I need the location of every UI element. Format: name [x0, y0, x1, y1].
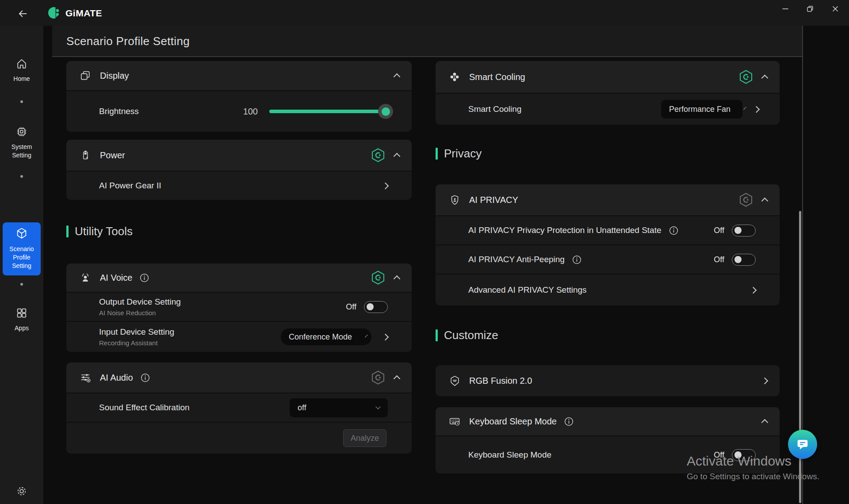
output-device-toggle[interactable]: [364, 301, 388, 313]
gimate-logo: [48, 6, 62, 20]
chevron-right-icon[interactable]: [750, 286, 757, 294]
brightness-slider[interactable]: [269, 110, 388, 113]
chevron-up-icon[interactable]: [394, 153, 401, 160]
chat-support-button[interactable]: [788, 430, 817, 459]
dropdown-value: Conference Mode: [289, 332, 352, 342]
sidebar-item-label: Scenario Profile Setting: [4, 245, 40, 270]
privacy-protection-row: AI PRIVACY Privacy Protection in Unatten…: [436, 215, 780, 244]
close-button[interactable]: [826, 3, 844, 15]
row-sublabel: Recording Assistant: [99, 339, 174, 347]
watermark-line2: Go to Settings to activate Windows.: [687, 472, 819, 481]
analyze-button[interactable]: Analyze: [343, 429, 386, 447]
rgb-fusion-badge-icon: [449, 375, 460, 386]
section-accent-bar: [66, 225, 69, 237]
privacy-protection-toggle[interactable]: [732, 225, 756, 237]
cube-icon: [15, 227, 28, 240]
sidebar-item-home[interactable]: Home: [0, 57, 43, 83]
row-label: Sound Effect Calibration: [99, 403, 190, 412]
chat-bubble-icon: [795, 437, 810, 451]
ai-audio-card: AI Audio Sound Effect Calibration off An…: [66, 363, 412, 454]
chevron-up-icon[interactable]: [394, 275, 401, 282]
ai-chip-badge-icon-dim: [739, 193, 753, 207]
ai-chip-badge-icon: [371, 148, 385, 162]
app-title: GiMATE: [65, 8, 102, 19]
display-icon: [80, 70, 91, 81]
section-utility-tools: Utility Tools: [66, 224, 133, 239]
chevron-right-icon[interactable]: [382, 182, 389, 189]
ai-chip-badge-icon-dim: [371, 370, 385, 385]
row-label: Keyboard Sleep Mode: [468, 450, 551, 460]
fan-mode-dropdown[interactable]: Performance Fan: [661, 100, 742, 118]
slider-thumb[interactable]: [378, 104, 393, 119]
brightness-row: Brightness 100: [66, 90, 412, 132]
info-icon[interactable]: [669, 225, 679, 236]
display-card: Display Brightness 100: [66, 61, 412, 132]
section-accent-bar: [436, 329, 438, 341]
audio-sliders-icon: [80, 372, 91, 383]
keyboard-sleep-card-header[interactable]: Keyboard Sleep Mode: [436, 407, 780, 435]
sidebar-item-scenario-profile-setting[interactable]: Scenario Profile Setting: [3, 222, 41, 275]
chevron-up-icon[interactable]: [761, 419, 769, 426]
settings-gear-button[interactable]: [15, 485, 28, 497]
gimate-window: GiMATE Home System Setting: [0, 0, 849, 504]
smart-cooling-row: Smart Cooling Performance Fan: [436, 93, 780, 125]
card-title: RGB Fusion 2.0: [469, 376, 532, 386]
sidebar: Home System Setting Scenario Profile Set…: [0, 26, 43, 504]
sidebar-item-system-setting[interactable]: System Setting: [0, 126, 43, 160]
section-customize: Customize: [436, 328, 498, 343]
chevron-right-icon[interactable]: [761, 377, 769, 384]
analyze-row: Analyze: [66, 422, 412, 454]
page-title: Scenario Profile Setting: [66, 34, 190, 48]
ai-power-gear-row[interactable]: AI Power Gear II: [66, 171, 412, 200]
minimize-button[interactable]: [776, 3, 794, 15]
fan-icon: [449, 71, 460, 83]
info-icon[interactable]: [564, 416, 574, 427]
chevron-up-icon[interactable]: [394, 375, 401, 382]
dropdown-value: off: [298, 403, 306, 412]
rgb-fusion-row[interactable]: RGB Fusion 2.0: [436, 365, 780, 396]
toggle-state-label: Off: [714, 255, 724, 264]
info-icon[interactable]: [572, 255, 582, 265]
row-label: Output Device Setting: [99, 297, 181, 307]
chevron-up-icon[interactable]: [394, 73, 401, 80]
anti-peeping-toggle[interactable]: [732, 254, 756, 266]
back-arrow-icon: [17, 8, 29, 19]
chevron-right-icon[interactable]: [753, 106, 760, 113]
row-label: Smart Cooling: [468, 104, 521, 114]
advanced-privacy-settings-row[interactable]: Advanced AI PRIVACY Settings: [436, 274, 780, 305]
ai-chip-badge-icon: [739, 70, 753, 84]
info-icon[interactable]: [140, 373, 150, 383]
smart-cooling-card-header[interactable]: Smart Cooling: [436, 61, 780, 93]
gear-icon: [15, 485, 28, 497]
input-mode-dropdown[interactable]: Conference Mode: [281, 328, 371, 345]
ai-voice-card: AI Voice Output Device Setting AI Noise …: [66, 263, 412, 352]
ai-voice-card-header[interactable]: AI Voice: [66, 263, 412, 292]
back-button[interactable]: [17, 8, 29, 20]
sidebar-item-apps[interactable]: Apps: [0, 307, 43, 332]
display-card-header[interactable]: Display: [66, 61, 412, 90]
sidebar-item-label: System Setting: [0, 143, 43, 160]
card-title: AI Audio: [100, 373, 133, 383]
section-title: Utility Tools: [75, 225, 133, 238]
brightness-label: Brightness: [99, 107, 139, 116]
privacy-shield-icon: [449, 194, 460, 206]
chevron-up-icon[interactable]: [761, 197, 769, 204]
output-device-row: Output Device Setting AI Noise Reduction…: [66, 292, 412, 321]
smart-cooling-card: Smart Cooling Smart Cooling Performance …: [436, 61, 780, 125]
card-title: Display: [100, 71, 129, 81]
toggle-state-label: Off: [346, 302, 356, 312]
sidebar-item-label: Home: [0, 75, 43, 83]
ai-privacy-card-header[interactable]: AI PRIVACY: [436, 184, 780, 215]
power-card-header[interactable]: Power: [66, 140, 412, 171]
sound-calibration-dropdown[interactable]: off: [290, 398, 388, 417]
card-title: Power: [100, 150, 125, 160]
chevron-up-icon[interactable]: [761, 74, 769, 81]
section-title: Privacy: [444, 147, 482, 160]
restore-button[interactable]: [801, 3, 819, 15]
sidebar-separator-dot: [20, 100, 23, 103]
ai-audio-card-header[interactable]: AI Audio: [66, 363, 412, 393]
info-icon[interactable]: [139, 273, 149, 283]
chevron-down-icon: [375, 404, 380, 409]
close-icon: [832, 6, 838, 12]
chevron-right-icon[interactable]: [382, 333, 389, 340]
